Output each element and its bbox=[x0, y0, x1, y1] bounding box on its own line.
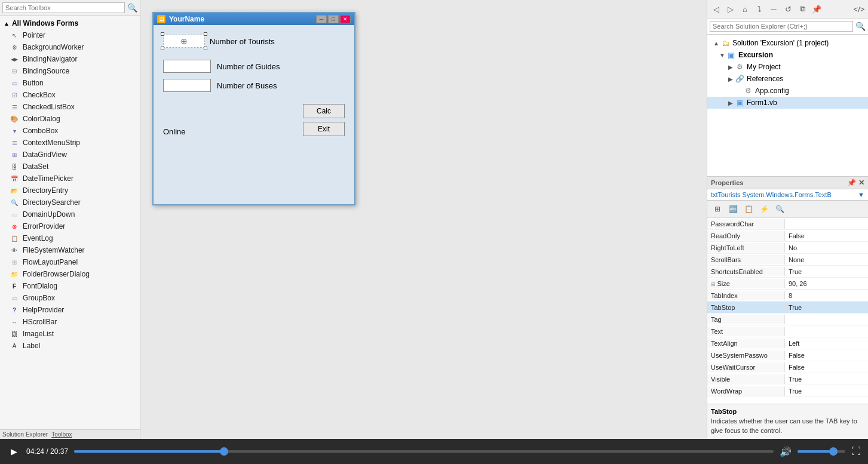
maximize-button[interactable]: □ bbox=[328, 15, 339, 23]
toolbox-tab[interactable]: Toolbox bbox=[51, 431, 72, 438]
toolbox-item-bindingsource[interactable]: BindingSource bbox=[0, 65, 140, 77]
prop-value[interactable]: False bbox=[785, 231, 868, 241]
tree-item-excursion[interactable]: ▼ ▣ Excursion bbox=[707, 49, 868, 61]
close-button[interactable]: ✕ bbox=[340, 15, 351, 23]
back-button[interactable]: ◁ bbox=[710, 2, 723, 16]
tourists-textbox[interactable]: ⊕ bbox=[163, 35, 205, 48]
alphabetical-view-button[interactable]: 🔤 bbox=[726, 202, 740, 216]
toolbox-item-errorprovider[interactable]: ErrorProvider bbox=[0, 220, 140, 232]
toolbox-item-combobox[interactable]: ComboBox bbox=[0, 125, 140, 137]
video-volume-bar[interactable] bbox=[798, 450, 845, 453]
toolbox-item-backgroundworker[interactable]: BackgroundWorker bbox=[0, 41, 140, 53]
fullscreen-button[interactable]: ⛶ bbox=[851, 446, 861, 457]
project-expand-icon[interactable]: ▼ bbox=[718, 52, 726, 59]
prop-value[interactable]: True bbox=[785, 386, 868, 396]
solution-explorer-tab[interactable]: Solution Explorer bbox=[2, 431, 48, 438]
tree-item-appconfig[interactable]: ⚙ App.config bbox=[707, 85, 868, 97]
solution-icon: 🗂 bbox=[720, 38, 730, 48]
refresh-button[interactable]: ↺ bbox=[781, 2, 795, 16]
properties-toolbar: ⊞ 🔤 📋 ⚡ 🔍 bbox=[707, 201, 868, 218]
tree-item-myproject[interactable]: ▶ ⚙ My Project bbox=[707, 61, 868, 73]
solution-search-input[interactable] bbox=[710, 21, 853, 32]
prop-value[interactable]: True bbox=[785, 303, 868, 312]
toolbox-item-label[interactable]: Label bbox=[0, 340, 140, 352]
prop-value[interactable] bbox=[785, 223, 868, 225]
properties-object-selector[interactable]: txtTourists System.Windows.Forms.TextB ▼ bbox=[707, 189, 868, 201]
prop-value[interactable]: 90, 26 bbox=[785, 279, 868, 288]
toolbox-item-dataset[interactable]: DataSet bbox=[0, 161, 140, 173]
prop-value[interactable]: True bbox=[785, 374, 868, 384]
volume-icon[interactable]: 🔊 bbox=[780, 446, 792, 457]
toolbox-item-datetimepicker[interactable]: DateTimePicker bbox=[0, 173, 140, 185]
toolbox-search-input[interactable] bbox=[2, 2, 125, 13]
solution-expand-icon[interactable]: ▲ bbox=[712, 40, 720, 47]
toolbox-item-checkbox[interactable]: CheckBox bbox=[0, 89, 140, 101]
toolbox-item-groupbox[interactable]: GroupBox bbox=[0, 292, 140, 304]
prop-dropdown-icon[interactable]: ▼ bbox=[858, 191, 864, 198]
tree-item-references[interactable]: ▶ 🔗 References bbox=[707, 73, 868, 85]
solution-search-icon[interactable]: 🔍 bbox=[855, 21, 866, 31]
prop-value[interactable]: True bbox=[785, 267, 868, 276]
prop-value[interactable]: False bbox=[785, 351, 868, 360]
prop-value[interactable]: Left bbox=[785, 339, 868, 348]
prop-value[interactable]: False bbox=[785, 362, 868, 372]
dash-button[interactable]: ─ bbox=[767, 2, 780, 16]
toolbox-item-datagridview[interactable]: DataGridView bbox=[0, 149, 140, 161]
copy-button[interactable]: ⧉ bbox=[796, 2, 809, 16]
toolbox-item-label: DirectoryEntry bbox=[23, 186, 68, 195]
home-button[interactable]: ⌂ bbox=[738, 2, 752, 16]
toolbox-item-pointer[interactable]: Pointer bbox=[0, 29, 140, 41]
exit-button[interactable]: Exit bbox=[303, 122, 345, 136]
pin-button[interactable]: 📌 bbox=[810, 2, 823, 16]
toolbox-item-contextmenustrip[interactable]: ContextMenuStrip bbox=[0, 137, 140, 149]
prop-value[interactable] bbox=[785, 318, 868, 321]
references-expand-icon[interactable]: ▶ bbox=[726, 76, 735, 82]
events-view-button[interactable]: ⚡ bbox=[757, 202, 771, 216]
guides-textbox[interactable] bbox=[163, 60, 211, 73]
calc-button[interactable]: Calc bbox=[303, 104, 345, 118]
categorized-view-button[interactable]: ⊞ bbox=[711, 202, 724, 216]
toolbox-item-colordialog[interactable]: ColorDialog bbox=[0, 113, 140, 125]
toolbox-item-helpprovider[interactable]: HelpProvider bbox=[0, 304, 140, 316]
toolbox-item-label: EventLog bbox=[23, 234, 53, 242]
toolbox-category-all-windows-forms[interactable]: ▲ All Windows Forms bbox=[0, 17, 140, 29]
toolbox-item-filesystemwatcher[interactable]: FileSystemWatcher bbox=[0, 244, 140, 256]
toolbox-item-button[interactable]: Button bbox=[0, 77, 140, 89]
toolbox-item-hscrollbar[interactable]: HScrollBar bbox=[0, 316, 140, 328]
video-progress-bar[interactable] bbox=[74, 450, 774, 453]
prop-value[interactable]: No bbox=[785, 243, 868, 253]
play-button[interactable]: ▶ bbox=[7, 445, 20, 458]
code-button[interactable]: </> bbox=[852, 2, 866, 16]
prop-name[interactable]: Size bbox=[707, 279, 785, 288]
myproject-expand-icon[interactable]: ▶ bbox=[726, 64, 735, 70]
toolbox-item-fontdialog[interactable]: FontDialog bbox=[0, 280, 140, 292]
properties-pin-icon[interactable]: 📌 bbox=[847, 179, 856, 187]
toolbox-search-icon[interactable]: 🔍 bbox=[127, 3, 137, 13]
video-volume-thumb[interactable] bbox=[829, 447, 838, 456]
toolbox-item-directorysearcher[interactable]: DirectorySearcher bbox=[0, 196, 140, 208]
toolbox-item-eventlog[interactable]: EventLog bbox=[0, 232, 140, 244]
toolbox-item-label: FileSystemWatcher bbox=[23, 246, 85, 254]
toolbox-item-bindingnavigator[interactable]: BindingNavigator bbox=[0, 53, 140, 65]
prop-value[interactable]: 8 bbox=[785, 291, 868, 300]
toolbox-item-imagelist[interactable]: ImageList bbox=[0, 328, 140, 340]
prop-value[interactable]: None bbox=[785, 255, 868, 265]
toolbox-item-domainupdown[interactable]: DomainUpDown bbox=[0, 208, 140, 220]
tree-item-solution[interactable]: ▲ 🗂 Solution 'Excursion' (1 project) bbox=[707, 37, 868, 49]
buses-textbox[interactable] bbox=[163, 79, 211, 92]
prop-value[interactable] bbox=[785, 330, 868, 333]
search-button[interactable]: 🔍 bbox=[773, 202, 786, 216]
video-progress-thumb[interactable] bbox=[220, 447, 228, 456]
toolbox-item-directoryentry[interactable]: DirectoryEntry bbox=[0, 185, 140, 196]
toolbox-item-flowlayoutpanel[interactable]: FlowLayoutPanel bbox=[0, 256, 140, 268]
form1-expand-icon[interactable]: ▶ bbox=[726, 100, 735, 106]
toolbox-item-folderbrowserdialog[interactable]: FolderBrowserDialog bbox=[0, 268, 140, 280]
properties-close-icon[interactable]: ✕ bbox=[858, 179, 864, 187]
prop-row-wordwrap: WordWrap True bbox=[707, 385, 868, 397]
properties-view-button[interactable]: 📋 bbox=[742, 202, 755, 216]
minimize-button[interactable]: ─ bbox=[316, 15, 327, 23]
toolbox-item-checkedlistbox[interactable]: CheckedListBox bbox=[0, 101, 140, 113]
tree-item-form1vb[interactable]: ▶ ▣ Form1.vb bbox=[707, 97, 868, 109]
collapse-button[interactable]: ⤵ bbox=[753, 2, 766, 16]
forward-button[interactable]: ▷ bbox=[724, 2, 737, 16]
